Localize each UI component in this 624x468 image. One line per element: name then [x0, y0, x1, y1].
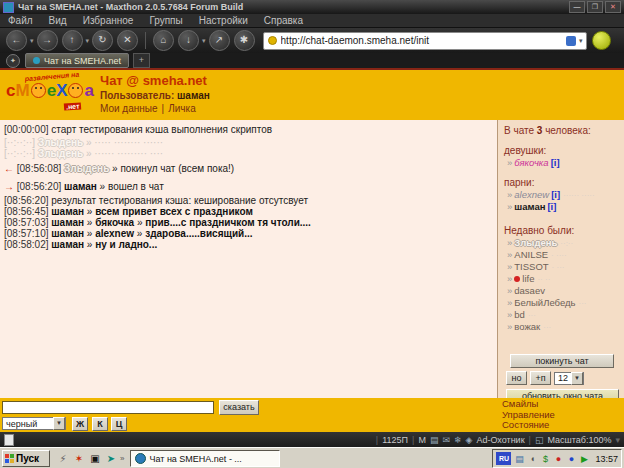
logo-letter: а — [84, 82, 93, 99]
taskbar-task-button[interactable]: Чат на SMEHA.net - ... — [130, 450, 280, 467]
font-size-dropdown-icon[interactable]: ▼ — [571, 372, 583, 385]
tray-status-red-icon[interactable]: ● — [552, 453, 564, 465]
quicklaunch-media-icon[interactable]: ✶ — [72, 452, 86, 466]
user-nickname[interactable]: dasaev — [514, 285, 545, 296]
tray-volume-icon[interactable]: ◖ — [526, 453, 538, 465]
tray-status-blue-icon[interactable]: ● — [565, 453, 577, 465]
new-tab-button[interactable]: + — [133, 53, 150, 68]
current-user-name: шаман — [177, 90, 210, 101]
user-nickname[interactable]: ANILSE — [514, 249, 548, 260]
user-nickname[interactable]: шаман — [514, 201, 545, 212]
site-logo[interactable]: развлечения на сМеХа .нет — [4, 72, 96, 118]
message-bold: шаман — [48, 228, 84, 239]
boys-label: парни: — [504, 177, 624, 188]
favorites-icon[interactable]: ✦ — [6, 54, 20, 68]
menu-item-5[interactable]: Справка — [256, 15, 311, 26]
user-info-link[interactable]: [i] — [551, 157, 560, 168]
user-line: Пользователь: шаман — [100, 90, 210, 101]
text-color-dropdown-icon[interactable]: ▼ — [53, 417, 65, 430]
status-windows-icon[interactable]: ▤ — [430, 435, 439, 445]
address-action-icon[interactable] — [566, 36, 576, 46]
go-button[interactable] — [592, 31, 611, 50]
close-button[interactable]: ✕ — [605, 1, 621, 13]
status-zoom-level[interactable]: Масштаб:100% — [547, 435, 611, 445]
language-indicator[interactable]: RU — [496, 452, 511, 465]
back-history-dropdown-icon[interactable]: ▾ — [30, 37, 34, 45]
user-nickname[interactable]: alexnew — [514, 189, 549, 200]
smiley-icon — [68, 83, 83, 98]
quicklaunch-chevron-icon[interactable]: » — [120, 454, 124, 463]
chat-message-area[interactable]: [00:00:00] старт тестирования кэша выпол… — [0, 120, 497, 398]
status-dropdown-icon[interactable]: ▾ — [615, 435, 620, 445]
user-nickname[interactable]: Злыдень — [514, 237, 557, 248]
chat-line: [08:57:03] шаман » бякочка » прив....с п… — [4, 217, 497, 228]
forward-icon[interactable]: → — [37, 30, 58, 51]
footer-link-0[interactable]: Смайлы — [502, 399, 555, 410]
up-icon[interactable]: ↑ — [62, 30, 83, 51]
status-shield-icon[interactable]: ◈ — [465, 435, 472, 445]
logo-letter: с — [6, 82, 15, 99]
start-button[interactable]: Пуск — [2, 450, 50, 467]
refresh-dropdown-icon[interactable]: ▾ — [86, 37, 90, 45]
font-bigger-button[interactable]: +п — [530, 371, 551, 385]
bold-button[interactable]: Ж — [72, 417, 88, 431]
external-icon[interactable]: ↗ — [209, 30, 230, 51]
quicklaunch-lightning-icon[interactable]: ⚡ — [56, 452, 70, 466]
user-nickname[interactable]: TISSOT — [514, 261, 548, 272]
user-info-link[interactable]: [i] — [547, 201, 556, 212]
message-bold: шаман — [48, 206, 84, 217]
menu-item-1[interactable]: Вид — [41, 15, 75, 26]
menu-item-3[interactable]: Группы — [141, 15, 190, 26]
tools-icon[interactable]: ✱ — [234, 30, 255, 51]
menu-item-0[interactable]: Файл — [0, 15, 41, 26]
user-nickname[interactable]: life — [522, 273, 534, 284]
minimize-button[interactable]: — — [569, 1, 585, 13]
girls-label: девушки: — [504, 145, 624, 156]
task-maxthon-icon — [135, 453, 146, 464]
address-bar[interactable]: http://chat-daemon.smeha.net/init ▾ — [263, 32, 587, 50]
header-link-0[interactable]: Мои данные — [100, 103, 158, 114]
font-smaller-button[interactable]: но — [506, 371, 527, 385]
leave-chat-button[interactable]: покинуть чат — [510, 354, 614, 368]
maximize-button[interactable]: ❐ — [587, 1, 603, 13]
quicklaunch-maxthon-icon[interactable]: ➤ — [104, 452, 118, 466]
menu-item-4[interactable]: Настройки — [191, 15, 256, 26]
tray-display-icon[interactable]: ▤ — [513, 453, 525, 465]
refresh-icon[interactable]: ↻ — [92, 30, 113, 51]
ghost-text: ··:·· — [560, 239, 573, 248]
status-snow-icon[interactable]: ❄ — [454, 435, 462, 445]
user-nickname[interactable]: БелыйЛебедь — [514, 297, 575, 308]
status-mail-icon[interactable]: ✉ — [442, 435, 450, 445]
tray-currency-icon[interactable]: $ — [539, 453, 551, 465]
chat-line: [08:58:02] шаман » ну и ладно... — [4, 239, 497, 250]
menu-item-2[interactable]: Избранное — [75, 15, 142, 26]
italic-button[interactable]: К — [92, 417, 108, 431]
taskbar-clock: 13:57 — [595, 454, 618, 464]
footer-link-2[interactable]: Состояние — [502, 420, 555, 431]
nickname-ghost: Злыдень — [38, 148, 83, 159]
stop-icon[interactable]: ✕ — [117, 30, 138, 51]
user-nickname[interactable]: вожак — [514, 321, 540, 332]
tray-play-icon[interactable]: ▶ — [578, 453, 590, 465]
back-icon[interactable]: ← — [6, 30, 27, 51]
home-icon[interactable]: ⌂ — [153, 30, 174, 51]
text-color-select[interactable]: черный ▼ — [2, 417, 66, 430]
user-nickname[interactable]: бякочка — [514, 157, 548, 168]
download-dropdown-icon[interactable]: ▾ — [202, 37, 206, 45]
user-info-link[interactable]: [i] — [551, 189, 560, 200]
address-dropdown-icon[interactable]: ▾ — [579, 37, 583, 45]
underline-button[interactable]: Ц — [111, 417, 127, 431]
timestamp: [08:57:10] — [4, 228, 48, 239]
say-button[interactable]: сказать — [219, 400, 259, 415]
download-icon[interactable]: ↓ — [178, 30, 199, 51]
message-bold: alexnew — [95, 228, 134, 239]
recent-user-item: »life·· ·· — [507, 273, 624, 284]
quicklaunch-app-icon[interactable]: ▣ — [88, 452, 102, 466]
tab-chat[interactable]: Чат на SMEHA.net — [25, 53, 129, 68]
status-adhunter[interactable]: Ad-Охотник — [476, 435, 524, 445]
message-input[interactable] — [2, 401, 214, 414]
header-link-1[interactable]: Личка — [168, 103, 196, 114]
user-nickname[interactable]: bd — [514, 309, 525, 320]
font-size-select[interactable]: 12 ▼ — [554, 372, 584, 385]
address-input[interactable]: http://chat-daemon.smeha.net/init — [281, 35, 566, 46]
